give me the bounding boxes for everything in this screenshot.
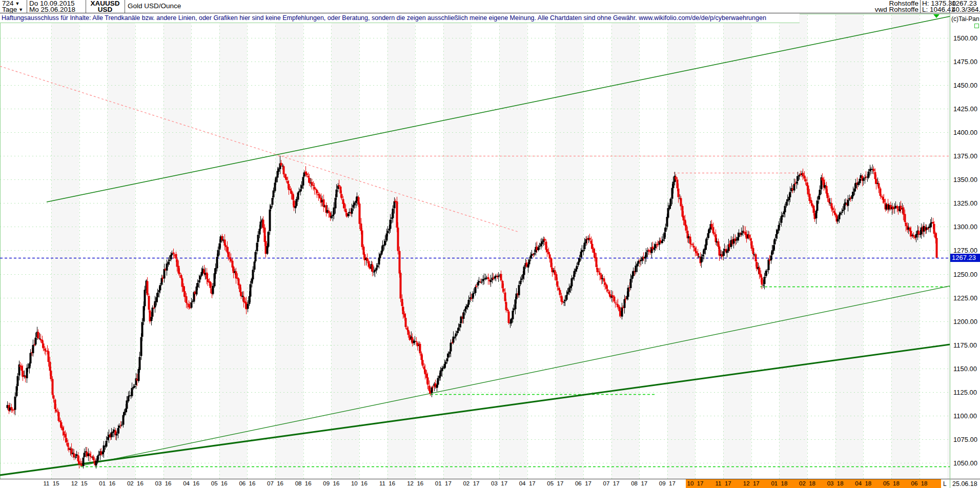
date-axis-label: 12 16 — [407, 480, 423, 486]
price-axis-label: 1425.00 — [953, 105, 980, 113]
price-axis-label: 1100.00 — [953, 412, 980, 420]
price-axis-label: 1400.00 — [953, 129, 980, 136]
date-axis-label: 04 17 — [519, 480, 536, 486]
price-chart-canvas[interactable] — [0, 14, 950, 479]
date-axis-label: 06 16 — [239, 480, 255, 486]
date-axis-label: 03 17 — [491, 480, 507, 486]
header-stat: 40.3/364.0 — [952, 7, 980, 12]
date-to[interactable]: Mo 25.06.2018 — [29, 7, 75, 12]
price-axis-label: 1350.00 — [953, 176, 980, 184]
date-axis: L 25.06.18 11 1512 1501 1602 1603 1604 1… — [0, 479, 980, 488]
price-axis-label: 1050.00 — [953, 459, 980, 467]
taipan-watermark: (c)Tai-Pan — [951, 15, 979, 23]
price-axis-line — [950, 14, 950, 488]
date-axis-label: 09 16 — [323, 480, 339, 486]
date-axis-label: 12 17 — [743, 480, 760, 486]
group-source: vwd Rohstoffe — [846, 7, 918, 12]
date-axis-label: 12 15 — [71, 480, 88, 486]
date-axis-label: 02 16 — [127, 480, 144, 486]
date-axis-label: 05 18 — [883, 480, 900, 486]
taipan-chart-window: 724▼ Tage▼ Do 10.09.2015 Mo 25.06.2018 X… — [0, 0, 980, 488]
price-axis-label: 1250.00 — [953, 271, 980, 278]
currency-code: USD — [86, 7, 125, 12]
date-axis-label: 10 17 — [687, 480, 703, 486]
date-axis-label: 05 17 — [547, 480, 563, 486]
date-axis-label: 07 17 — [603, 480, 620, 486]
date-axis-label: 11 15 — [43, 480, 59, 486]
disclaimer-text: Haftungsausschluss für Inhalte: Alle Tre… — [0, 13, 799, 23]
date-axis-label: 01 18 — [771, 480, 787, 486]
date-axis-label: 01 17 — [435, 480, 452, 486]
date-axis-label: 07 16 — [267, 480, 283, 486]
selection-handle-icon[interactable] — [974, 24, 979, 28]
date-axis-label: 02 18 — [799, 480, 815, 486]
instrument-name: Gold USD/Ounce — [128, 2, 181, 10]
price-axis-label: 1325.00 — [953, 199, 980, 207]
divider — [920, 0, 921, 13]
divider — [949, 0, 950, 13]
date-axis-label: 11 16 — [379, 480, 395, 486]
date-axis-label: 11 17 — [716, 480, 731, 486]
last-bar-marker: L — [943, 480, 947, 487]
period-dropdown[interactable]: Tage▼ — [2, 7, 23, 12]
date-axis-label: 03 18 — [827, 480, 844, 486]
date-axis-label: 09 17 — [659, 480, 676, 486]
period-low: L: 1046.41 — [922, 7, 955, 12]
price-axis-label: 1175.00 — [953, 341, 980, 349]
chevron-down-icon: ▼ — [18, 7, 23, 13]
price-axis-label: 1200.00 — [953, 318, 980, 326]
date-axis-label: 08 16 — [295, 480, 312, 486]
date-axis-label: 01 16 — [99, 480, 115, 486]
date-axis-label: 04 18 — [855, 480, 871, 486]
price-axis-label: 1450.00 — [953, 82, 980, 89]
date-axis-label: 10 16 — [351, 480, 368, 486]
price-axis-label: 1125.00 — [953, 389, 980, 396]
price-axis-label: 1300.00 — [953, 223, 980, 231]
price-axis-label: 1225.00 — [953, 294, 980, 302]
price-axis-label: 1075.00 — [953, 436, 980, 443]
date-axis-label: 03 16 — [155, 480, 172, 486]
date-axis-divider — [0, 479, 980, 479]
date-axis-label: 02 17 — [463, 480, 479, 486]
price-axis-label: 1375.00 — [953, 152, 980, 160]
date-axis-label: 08 17 — [631, 480, 647, 486]
divider — [125, 0, 125, 13]
date-axis-label: 06 17 — [575, 480, 591, 486]
date-axis-label: 06 18 — [911, 480, 928, 486]
date-axis-label: 05 16 — [211, 480, 228, 486]
divider — [27, 0, 27, 13]
price-axis-label: 1475.00 — [953, 58, 980, 66]
current-price-badge: 1267.23 — [950, 254, 980, 262]
price-axis-label: 1150.00 — [953, 365, 980, 373]
last-date-label: 25.06.18 — [952, 480, 977, 487]
price-axis: 1500.001475.001450.001425.001400.001375.… — [950, 14, 980, 479]
price-axis-label: 1500.00 — [953, 34, 980, 42]
date-axis-label: 04 16 — [183, 480, 199, 486]
